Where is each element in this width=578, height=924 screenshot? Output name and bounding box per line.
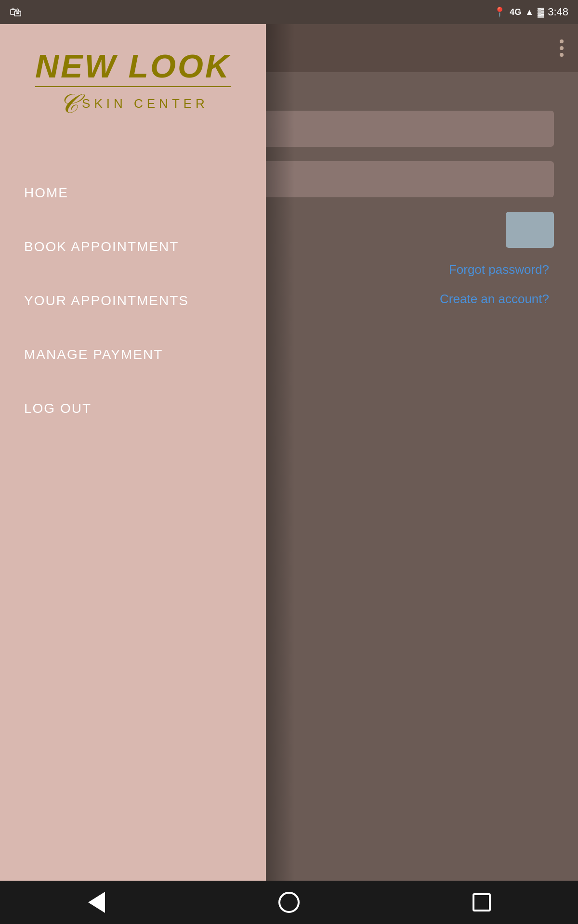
recents-button[interactable]	[462, 883, 501, 922]
logo-new-look: NEW LOOK	[35, 48, 231, 84]
status-time: 3:48	[548, 6, 568, 18]
bag-icon: 🛍	[10, 5, 22, 20]
logo: NEW LOOK 𝒞 SKIN CENTER	[35, 48, 231, 118]
back-button[interactable]	[77, 883, 116, 922]
signal-4g-icon: 4G	[510, 7, 521, 17]
create-account-link[interactable]: Create an account?	[440, 292, 549, 307]
logo-swirl: 𝒞	[57, 89, 77, 118]
logo-area: NEW LOOK 𝒞 SKIN CENTER	[0, 24, 266, 147]
more-options-button[interactable]	[560, 39, 564, 57]
status-bar-icons: 📍 4G ▲ ▓ 3:48	[494, 6, 568, 18]
password-input[interactable]	[226, 161, 554, 197]
home-button[interactable]	[270, 883, 308, 922]
bottom-nav	[0, 881, 578, 924]
login-button[interactable]	[506, 212, 554, 248]
logo-skin-center: SKIN CENTER	[82, 97, 209, 111]
email-input[interactable]	[226, 111, 554, 147]
location-icon: 📍	[494, 6, 506, 18]
home-icon	[278, 892, 300, 913]
drawer-nav: HOME BOOK APPOINTMENT YOUR APPOINTMENTS …	[0, 147, 266, 924]
sidebar-item-home[interactable]: HOME	[0, 166, 266, 220]
nav-drawer: NEW LOOK 𝒞 SKIN CENTER HOME BOOK APPOINT…	[0, 24, 266, 924]
sidebar-item-your-appointments[interactable]: YOUR APPOINTMENTS	[0, 274, 266, 328]
dot2	[560, 46, 564, 50]
sidebar-item-log-out[interactable]: LOG OUT	[0, 382, 266, 436]
back-icon	[88, 892, 105, 913]
signal-bars-icon: ▲	[525, 7, 534, 17]
forgot-password-link[interactable]: Forgot password?	[449, 262, 549, 277]
recents-icon	[473, 893, 491, 911]
dot3	[560, 53, 564, 57]
dot1	[560, 39, 564, 43]
logo-divider	[35, 86, 231, 87]
status-bar: 🛍 📍 4G ▲ ▓ 3:48	[0, 0, 578, 24]
battery-icon: ▓	[538, 7, 544, 17]
status-bar-left: 🛍	[10, 5, 22, 20]
sidebar-item-manage-payment[interactable]: MANAGE PAYMENT	[0, 328, 266, 382]
sidebar-item-book-appointment[interactable]: BOOK APPOINTMENT	[0, 220, 266, 274]
